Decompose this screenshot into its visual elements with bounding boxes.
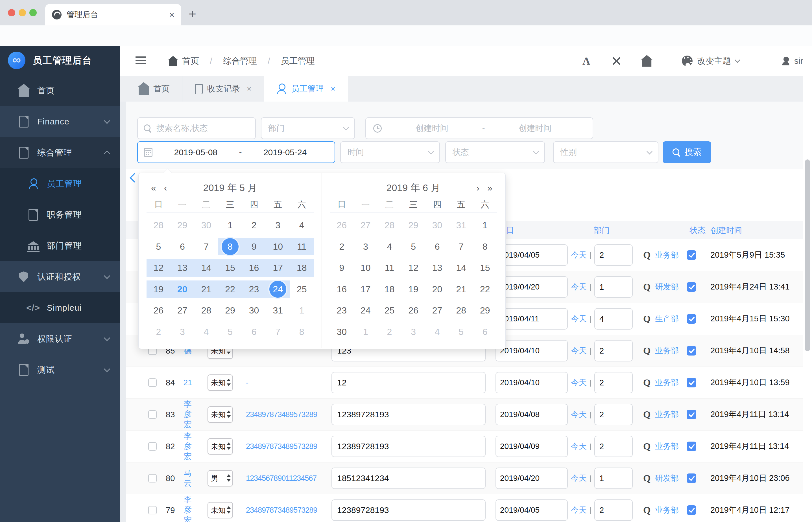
dept-number-input[interactable]: 2 xyxy=(594,244,633,266)
calendar-day[interactable]: 27 xyxy=(425,302,449,319)
today-link[interactable]: 今天 xyxy=(571,409,587,420)
today-link[interactable]: 今天 xyxy=(571,250,587,260)
calendar-day[interactable]: 29 xyxy=(171,217,195,234)
today-link[interactable]: 今天 xyxy=(571,314,587,324)
calendar-day[interactable]: 26 xyxy=(402,302,425,319)
calendar-day[interactable]: 28 xyxy=(147,217,171,234)
calendar-day[interactable]: 9 xyxy=(330,259,354,277)
gender-select[interactable]: 未知 xyxy=(208,438,233,455)
calendar-day[interactable]: 17 xyxy=(266,259,290,277)
sidebar-item-employee[interactable]: 员工管理 xyxy=(0,168,120,199)
department-link[interactable]: 业务部 xyxy=(655,505,679,516)
lookup-icon[interactable]: Q xyxy=(643,377,651,388)
row-checkbox[interactable] xyxy=(148,474,157,482)
date-input[interactable]: 2019/04/20 xyxy=(496,467,568,489)
window-zoom-button[interactable] xyxy=(30,9,37,16)
calendar-day[interactable]: 5 xyxy=(218,323,242,341)
calendar-day[interactable]: 16 xyxy=(330,280,354,298)
breadcrumb-item[interactable]: 员工管理 xyxy=(281,55,315,67)
lookup-icon[interactable]: Q xyxy=(643,409,651,420)
dept-number-input[interactable]: 1 xyxy=(594,276,633,298)
department-link[interactable]: 业务部 xyxy=(655,409,679,420)
date-input[interactable]: 2019/04/10 xyxy=(496,340,568,361)
calendar-day[interactable]: 20 xyxy=(425,280,449,298)
sidebar-item-auth[interactable]: 认证和授权 xyxy=(0,261,120,292)
calendar-day[interactable]: 1 xyxy=(290,302,314,319)
next-year-icon[interactable]: » xyxy=(483,183,496,193)
calendar-day[interactable]: 22 xyxy=(473,280,497,298)
calendar-day[interactable]: 7 xyxy=(194,238,218,255)
dept-number-input[interactable]: 1 xyxy=(594,467,633,489)
search-button[interactable]: 搜索 xyxy=(663,141,711,163)
id-number-link[interactable]: 234897873489573289 xyxy=(246,442,327,451)
calendar-day[interactable]: 24 xyxy=(266,280,290,298)
id-number-link[interactable]: 123456789011234567 xyxy=(246,474,327,483)
calendar-day[interactable]: 29 xyxy=(473,302,497,319)
calendar-day[interactable]: 1 xyxy=(354,323,378,341)
calendar-day[interactable]: 31 xyxy=(449,217,473,234)
dept-number-input[interactable]: 4 xyxy=(594,308,633,329)
status-checkbox[interactable] xyxy=(687,346,696,356)
calendar-day[interactable]: 14 xyxy=(194,259,218,277)
column-header-dept[interactable]: 部门 xyxy=(594,225,610,236)
id-number-link[interactable]: 234897873489573289 xyxy=(246,506,327,515)
calendar-day[interactable]: 25 xyxy=(378,302,402,319)
status-select[interactable]: 状态 xyxy=(445,141,545,163)
calendar-day[interactable]: 12 xyxy=(402,259,425,277)
window-close-button[interactable] xyxy=(8,9,15,16)
calendar-day[interactable]: 8 xyxy=(473,238,497,255)
calendar-day[interactable]: 30 xyxy=(425,217,449,234)
calendar-day[interactable]: 10 xyxy=(266,238,290,255)
calendar-day[interactable]: 1 xyxy=(473,217,497,234)
dept-number-input[interactable]: 2 xyxy=(594,404,633,425)
column-header-status[interactable]: 状态 xyxy=(690,225,705,236)
time-select[interactable]: 时间 xyxy=(340,141,440,163)
date-input[interactable]: 2019/04/20 xyxy=(496,276,568,298)
breadcrumb-item[interactable]: 综合管理 xyxy=(223,55,257,67)
date-input[interactable]: 2019/04/05 xyxy=(496,499,568,521)
font-size-tool[interactable]: A xyxy=(582,46,590,76)
calendar-day[interactable]: 21 xyxy=(449,280,473,298)
phone-input[interactable]: 12389728193 xyxy=(331,436,486,457)
status-checkbox[interactable] xyxy=(687,250,696,260)
calendar-day[interactable]: 22 xyxy=(218,280,242,298)
calendar-day[interactable]: 4 xyxy=(194,323,218,341)
home-tool[interactable] xyxy=(642,46,652,76)
calendar-day[interactable]: 15 xyxy=(218,259,242,277)
status-checkbox[interactable] xyxy=(687,282,696,292)
date-range-input[interactable]: 2019-05-08 - 2019-05-24 xyxy=(137,141,335,163)
calendar-day[interactable]: 2 xyxy=(147,323,171,341)
calendar-day[interactable]: 23 xyxy=(330,302,354,319)
calendar-day[interactable]: 2 xyxy=(242,217,266,234)
search-input[interactable]: 搜索名称,状态 xyxy=(137,117,256,139)
today-link[interactable]: 今天 xyxy=(571,377,587,388)
department-link[interactable]: 生产部 xyxy=(655,314,679,324)
dept-number-input[interactable]: 2 xyxy=(594,436,633,457)
browser-tab[interactable]: 管理后台 × xyxy=(45,4,181,25)
status-checkbox[interactable] xyxy=(687,474,696,483)
calendar-day[interactable]: 13 xyxy=(425,259,449,277)
tab-收支记录[interactable]: 收支记录× xyxy=(182,76,264,102)
calendar-day[interactable]: 27 xyxy=(354,217,378,234)
lookup-icon[interactable]: Q xyxy=(643,473,651,484)
tab-首页[interactable]: 首页 xyxy=(126,76,182,102)
status-checkbox[interactable] xyxy=(687,442,696,451)
calendar-day[interactable]: 9 xyxy=(242,238,266,255)
phone-input[interactable]: 12389728193 xyxy=(331,499,486,521)
calendar-day[interactable]: 26 xyxy=(147,302,171,319)
prev-year-icon[interactable]: « xyxy=(147,183,160,193)
department-link[interactable]: 研发部 xyxy=(655,473,679,484)
calendar-day[interactable]: 4 xyxy=(378,238,402,255)
theme-dropdown[interactable]: 改变主题 xyxy=(682,46,739,76)
gender-select[interactable]: 未知 xyxy=(208,502,233,518)
lookup-icon[interactable]: Q xyxy=(643,345,651,356)
lookup-icon[interactable]: Q xyxy=(643,250,651,260)
date-input[interactable]: 2019/04/11 xyxy=(496,308,568,329)
calendar-day[interactable]: 3 xyxy=(354,238,378,255)
date-input[interactable]: 2019/04/05 xyxy=(496,244,568,266)
dept-number-input[interactable]: 2 xyxy=(594,340,633,361)
calendar-day[interactable]: 4 xyxy=(290,217,314,234)
today-link[interactable]: 今天 xyxy=(571,282,587,292)
today-link[interactable]: 今天 xyxy=(571,345,587,356)
tab-close-icon[interactable]: × xyxy=(331,84,335,94)
